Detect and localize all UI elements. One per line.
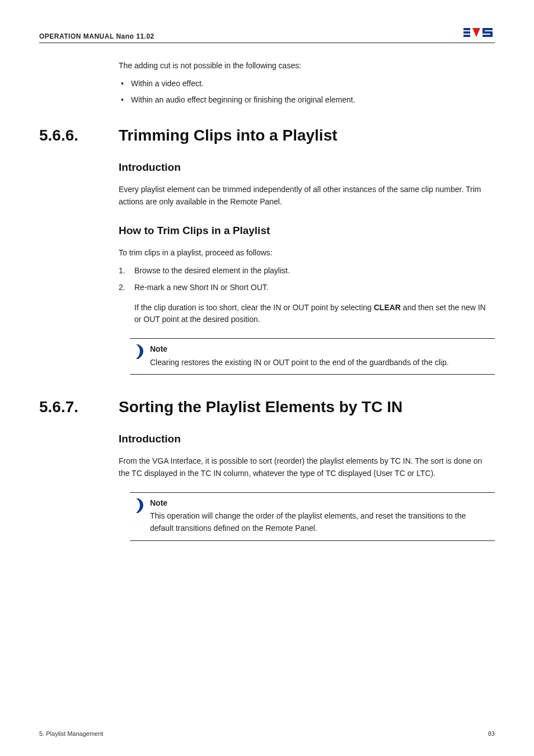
footer-page-number: 83 xyxy=(488,730,495,737)
section-heading: 5.6.7. Sorting the Playlist Elements by … xyxy=(39,398,495,416)
list-item: 1.Browse to the desired element in the p… xyxy=(119,265,495,277)
note-title: Note xyxy=(150,343,490,356)
section-number: 5.6.7. xyxy=(39,398,119,416)
note-body: Note This operation will change the orde… xyxy=(150,497,490,535)
section-heading: 5.6.6. Trimming Clips into a Playlist xyxy=(39,127,495,144)
step-sub-paragraph: If the clip duration is too short, clear… xyxy=(134,302,495,326)
list-item: Within a video effect. xyxy=(119,78,495,90)
note-box: Note This operation will change the orde… xyxy=(130,492,495,541)
clear-bold: CLEAR xyxy=(374,303,401,312)
footer-section: 5. Playlist Management xyxy=(39,730,103,737)
step-text: Re-mark a new Short IN or Short OUT. xyxy=(134,283,269,292)
svg-rect-8 xyxy=(483,35,493,37)
list-item: 2.Re-mark a new Short IN or Short OUT. xyxy=(119,282,495,294)
page-header: OPERATION MANUAL Nano 11.02 xyxy=(39,27,495,43)
step-number: 2. xyxy=(119,282,125,294)
step-text: Browse to the desired element in the pla… xyxy=(134,266,290,275)
howto-lead: To trim clips in a playlist, proceed as … xyxy=(119,247,495,259)
svg-rect-1 xyxy=(463,31,470,34)
note-icon xyxy=(134,344,150,368)
content-area: The adding cut is not possible in the fo… xyxy=(119,60,495,541)
intro-paragraph: From the VGA Interface, it is possible t… xyxy=(119,455,495,479)
note-icon xyxy=(134,498,150,535)
note-text: This operation will change the order of … xyxy=(150,511,466,533)
step-number: 1. xyxy=(119,265,125,277)
howto-steps: 1.Browse to the desired element in the p… xyxy=(119,265,495,293)
evs-logo xyxy=(463,27,495,40)
section-title: Trimming Clips into a Playlist xyxy=(119,127,338,144)
subsection-heading: Introduction xyxy=(119,433,495,445)
list-item: Within an audio effect beginning or fini… xyxy=(119,94,495,106)
subsection-heading: Introduction xyxy=(119,161,495,174)
svg-rect-2 xyxy=(463,35,470,37)
intro-bullets: Within a video effect. Within an audio e… xyxy=(119,78,495,106)
subsection-heading: How to Trim Clips in a Playlist xyxy=(119,225,495,237)
section-number: 5.6.6. xyxy=(39,127,119,144)
svg-marker-3 xyxy=(472,28,480,37)
intro-lead: The adding cut is not possible in the fo… xyxy=(119,60,495,72)
note-box: Note Clearing restores the existing IN o… xyxy=(130,338,495,375)
svg-rect-0 xyxy=(463,28,470,30)
section-title: Sorting the Playlist Elements by TC IN xyxy=(119,398,402,416)
text-prefix: If the clip duration is too short, clear… xyxy=(134,303,374,312)
page: OPERATION MANUAL Nano 11.02 The adding c… xyxy=(0,0,534,756)
note-title: Note xyxy=(150,497,490,510)
page-footer: 5. Playlist Management 83 xyxy=(39,730,495,737)
note-body: Note Clearing restores the existing IN o… xyxy=(150,343,490,368)
intro-paragraph: Every playlist element can be trimmed in… xyxy=(119,184,495,208)
manual-title: OPERATION MANUAL Nano 11.02 xyxy=(39,32,154,40)
note-text: Clearing restores the existing IN or OUT… xyxy=(150,358,449,367)
